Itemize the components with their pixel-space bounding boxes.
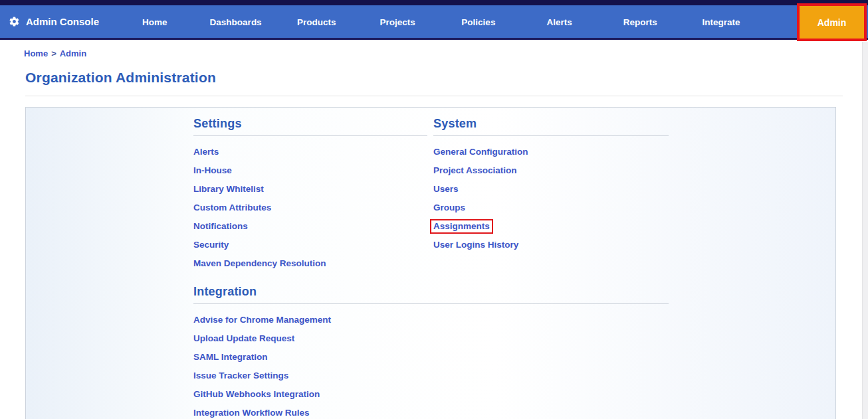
integration-link-row: SAML Integration [193,349,427,367]
app-brand[interactable]: Admin Console [0,16,114,27]
section-integration: Integration Advise for Chrome Management… [193,285,669,419]
page-title: Organization Administration [25,70,868,86]
nav-item-row: Alerts [519,16,600,28]
title-divider [25,96,843,96]
nav-item-integrate[interactable]: Integrate [703,17,740,27]
system-link-list: General ConfigurationProject Association… [433,143,669,255]
integration-link-advise-for-chrome-management[interactable]: Advise for Chrome Management [193,315,331,325]
settings-link-maven-dependency-resolution[interactable]: Maven Dependency Resolution [193,258,326,268]
nav-item-row: Dashboards [195,16,276,28]
integration-link-row: Issue Tracker Settings [193,367,427,386]
section-integration-title: Integration [193,285,669,304]
settings-link-library-whitelist[interactable]: Library Whitelist [193,184,264,194]
integration-link-integration-workflow-rules[interactable]: Integration Workflow Rules [193,408,310,418]
nav-item-row: Integrate [681,16,762,28]
settings-link-row: Security [193,236,427,255]
nav-item-row: Home [114,16,195,28]
integration-link-row: GitHub Webhooks Integration [193,386,427,404]
settings-link-row: Library Whitelist [193,181,427,199]
section-system: System General ConfigurationProject Asso… [433,117,669,274]
nav-item-alerts[interactable]: Alerts [546,17,572,27]
settings-link-row: Notifications [193,218,427,236]
system-link-row: General Configuration [433,143,669,162]
nav-item-admin[interactable]: Admin [817,17,847,28]
system-link-assignments[interactable]: Assignments [430,219,493,234]
section-system-title: System [433,117,669,136]
integration-link-saml-integration[interactable]: SAML Integration [193,352,268,362]
integration-link-row: Integration Workflow Rules [193,404,427,419]
section-settings-title: Settings [193,117,427,136]
integration-link-list: Advise for Chrome ManagementUpload Updat… [193,311,427,419]
system-link-groups[interactable]: Groups [433,203,465,212]
settings-link-row: In-House [193,162,427,181]
settings-link-security[interactable]: Security [193,240,229,250]
system-link-users[interactable]: Users [433,184,459,194]
settings-link-row: Alerts [193,143,427,162]
settings-link-custom-attributes[interactable]: Custom Attributes [193,203,271,212]
top-navbar: Admin Console HomeDashboardsProductsProj… [0,5,868,40]
nav-item-row: Projects [357,16,438,28]
integration-link-row: Advise for Chrome Management [193,311,427,330]
system-link-project-association[interactable]: Project Association [433,165,517,175]
section-settings: Settings AlertsIn-HouseLibrary Whitelist… [193,117,427,274]
breadcrumb-admin[interactable]: Admin [60,48,86,58]
settings-link-notifications[interactable]: Notifications [193,221,248,231]
system-link-row: User Logins History [433,236,669,255]
section-columns: Settings AlertsIn-HouseLibrary Whitelist… [193,117,669,274]
nav-item-policies[interactable]: Policies [461,17,495,27]
admin-panel: Settings AlertsIn-HouseLibrary Whitelist… [25,107,836,419]
vertical-scrollbar[interactable] [862,42,868,419]
settings-link-row: Maven Dependency Resolution [193,255,427,274]
admin-annotation-box: Admin [797,3,867,41]
system-link-row: Users [433,181,669,199]
integration-link-github-webhooks-integration[interactable]: GitHub Webhooks Integration [193,389,320,399]
breadcrumb: Home>Admin [24,48,868,58]
panel-content: Settings AlertsIn-HouseLibrary Whitelist… [26,108,669,419]
gear-icon [9,16,20,27]
nav-item-products[interactable]: Products [297,17,336,27]
integration-link-issue-tracker-settings[interactable]: Issue Tracker Settings [193,371,288,380]
settings-link-alerts[interactable]: Alerts [193,147,219,157]
brand-label: Admin Console [26,16,99,27]
nav-menu: HomeDashboardsProductsProjectsPoliciesAl… [114,16,762,28]
integration-link-upload-update-request[interactable]: Upload Update Request [193,333,294,343]
window-top-strip [0,0,868,5]
nav-item-dashboards[interactable]: Dashboards [210,17,262,27]
settings-link-list: AlertsIn-HouseLibrary WhitelistCustom At… [193,143,427,274]
breadcrumb-separator: > [51,48,56,58]
nav-item-row: Products [276,16,358,28]
nav-item-row: Reports [600,16,681,28]
system-link-row: Assignments [433,218,669,236]
nav-item-projects[interactable]: Projects [380,17,415,27]
nav-item-reports[interactable]: Reports [623,17,657,27]
nav-item-home[interactable]: Home [142,17,167,27]
integration-link-row: Upload Update Request [193,330,427,349]
system-link-general-configuration[interactable]: General Configuration [433,147,528,157]
system-link-user-logins-history[interactable]: User Logins History [433,240,518,250]
breadcrumb-home[interactable]: Home [24,48,48,58]
settings-link-row: Custom Attributes [193,199,427,218]
nav-item-row: Policies [438,16,519,28]
system-link-row: Project Association [433,162,669,181]
system-link-row: Groups [433,199,669,218]
settings-link-in-house[interactable]: In-House [193,165,232,175]
